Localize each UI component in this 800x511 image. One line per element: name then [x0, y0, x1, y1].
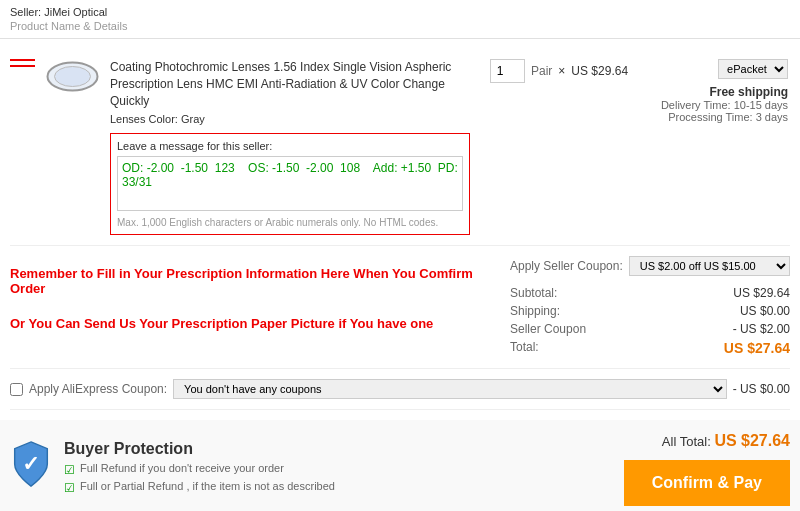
- ali-coupon-value: - US $0.00: [733, 382, 790, 396]
- product-price: US $29.64: [571, 64, 628, 78]
- seller-coupon-row-summary: Seller Coupon - US $2.00: [510, 320, 790, 338]
- all-total-label: All Total:: [662, 434, 711, 449]
- order-summary: Apply Seller Coupon: US $2.00 off US $15…: [510, 256, 790, 358]
- seller-label: Seller:: [10, 6, 41, 18]
- product-details: Coating Photochromic Lenses 1.56 Index S…: [110, 59, 480, 235]
- protection-item1-text: Full Refund if you don't receive your or…: [80, 462, 284, 474]
- total-value: US $27.64: [724, 340, 790, 356]
- bottom-section: ✓ Buyer Protection ☑ Full Refund if you …: [0, 420, 800, 511]
- check-icon-1: ☑: [64, 463, 75, 477]
- reminder-section: Remember to Fill in Your Prescription In…: [10, 256, 510, 331]
- subtotal-label: Subtotal:: [510, 286, 557, 300]
- protection-title: Buyer Protection: [64, 440, 335, 458]
- message-label: Leave a message for this seller:: [117, 140, 463, 152]
- product-image: [45, 59, 100, 94]
- subtotal-value: US $29.64: [733, 286, 790, 300]
- processing-time: Processing Time: 3 days: [648, 111, 788, 123]
- check-icon-2: ☑: [64, 481, 75, 495]
- top-bar: Seller: JiMei Optical Product Name & Det…: [0, 0, 800, 39]
- qty-price-section: Pair × US $29.64: [480, 59, 638, 83]
- dash-lines: [10, 59, 35, 71]
- buyer-protection: ✓ Buyer Protection ☑ Full Refund if you …: [10, 440, 624, 498]
- seller-name: JiMei Optical: [44, 6, 107, 18]
- seller-coupon-select[interactable]: US $2.00 off US $15.00: [629, 256, 790, 276]
- seller-message-box: Leave a message for this seller: Max. 1,…: [110, 133, 470, 235]
- ali-coupon-select[interactable]: You don't have any coupons: [173, 379, 727, 399]
- coupon-label: Apply Seller Coupon:: [510, 259, 623, 273]
- ali-coupon-checkbox[interactable]: [10, 383, 23, 396]
- total-label: Total:: [510, 340, 539, 356]
- order-summary-area: Remember to Fill in Your Prescription In…: [10, 246, 790, 368]
- product-label: Product Name & Details: [10, 20, 127, 32]
- shipping-row: Shipping: US $0.00: [510, 302, 790, 320]
- reminder-line1: Remember to Fill in Your Prescription In…: [10, 266, 510, 296]
- right-bottom: All Total: US $27.64 Confirm & Pay: [624, 432, 790, 506]
- ali-coupon-label: Apply AliExpress Coupon:: [29, 382, 167, 396]
- message-textarea[interactable]: [117, 156, 463, 211]
- all-total-value: US $27.64: [714, 432, 790, 449]
- all-total: All Total: US $27.64: [662, 432, 790, 450]
- seller-coupon-row: Apply Seller Coupon: US $2.00 off US $15…: [510, 256, 790, 276]
- protection-item1: ☑ Full Refund if you don't receive your …: [64, 462, 335, 477]
- quantity-input[interactable]: [490, 59, 525, 83]
- reminder-line2: Or You Can Send Us Your Prescription Pap…: [10, 316, 510, 331]
- shipping-method-select[interactable]: ePacket: [718, 59, 788, 79]
- unit-label: Pair: [531, 64, 552, 78]
- aliexpress-coupon-row: Apply AliExpress Coupon: You don't have …: [10, 368, 790, 410]
- protection-text: Buyer Protection ☑ Full Refund if you do…: [64, 440, 335, 498]
- message-hint: Max. 1,000 English characters or Arabic …: [117, 217, 463, 228]
- seller-coupon-label: Seller Coupon: [510, 322, 586, 336]
- svg-point-1: [55, 67, 91, 87]
- shield-icon: ✓: [10, 440, 52, 488]
- shipping-info: ePacket Free shipping Delivery Time: 10-…: [638, 59, 798, 123]
- product-color: Lenses Color: Gray: [110, 113, 470, 125]
- protection-item2: ☑ Full or Partial Refund , if the item i…: [64, 480, 335, 495]
- shipping-value: US $0.00: [740, 304, 790, 318]
- shipping-label: Shipping:: [510, 304, 560, 318]
- confirm-pay-button[interactable]: Confirm & Pay: [624, 460, 790, 506]
- product-row: Coating Photochromic Lenses 1.56 Index S…: [10, 49, 790, 246]
- multiply-sign: ×: [558, 64, 565, 78]
- delivery-time: Delivery Time: 10-15 days: [648, 99, 788, 111]
- free-shipping-label: Free shipping: [648, 85, 788, 99]
- product-name: Coating Photochromic Lenses 1.56 Index S…: [110, 59, 470, 109]
- summary-table: Subtotal: US $29.64 Shipping: US $0.00 S…: [510, 284, 790, 358]
- protection-item2-text: Full or Partial Refund , if the item is …: [80, 480, 335, 492]
- total-row: Total: US $27.64: [510, 338, 790, 358]
- subtotal-row: Subtotal: US $29.64: [510, 284, 790, 302]
- seller-coupon-discount: - US $2.00: [733, 322, 790, 336]
- svg-text:✓: ✓: [22, 452, 40, 475]
